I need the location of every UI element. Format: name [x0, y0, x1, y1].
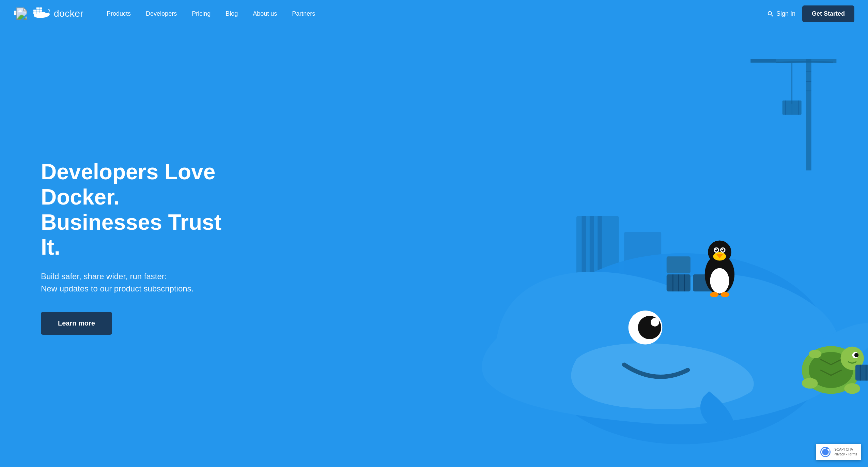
sign-in-label: Sign In — [776, 10, 795, 17]
nav-link-partners[interactable]: Partners — [286, 7, 321, 20]
svg-rect-11 — [36, 10, 39, 12]
svg-line-20 — [809, 62, 833, 62]
hero-subtitle-line1: Build safer, share wider, run faster: — [41, 272, 167, 281]
recaptcha-text: reCAPTCHA Privacy - Terms — [834, 447, 857, 457]
hero-illustration — [391, 27, 868, 467]
hero-title: Developers Love Docker. Businesses Trust… — [41, 160, 238, 260]
hero-section: Developers Love Docker. Businesses Trust… — [0, 27, 868, 467]
svg-point-46 — [710, 268, 729, 293]
svg-point-55 — [710, 292, 718, 297]
nav-link-pricing[interactable]: Pricing — [186, 7, 217, 20]
nav-link-products[interactable]: Products — [100, 7, 137, 20]
recaptcha-privacy-link[interactable]: Privacy — [834, 452, 845, 456]
svg-rect-13 — [36, 7, 39, 10]
nav-link-developers[interactable]: Developers — [140, 7, 183, 20]
hero-title-line2: Businesses Trust It. — [41, 210, 221, 260]
svg-line-21 — [776, 62, 809, 62]
sign-in-link[interactable]: Sign In — [767, 10, 795, 17]
recaptcha-terms-link[interactable]: Terms — [848, 452, 857, 456]
nav-link-blog[interactable]: Blog — [219, 7, 244, 20]
docker-whale-logo — [33, 6, 50, 21]
docker-logo-icon — [14, 7, 30, 20]
svg-point-56 — [720, 292, 729, 297]
svg-rect-12 — [40, 10, 42, 12]
svg-rect-10 — [33, 10, 36, 12]
logo-text: docker — [54, 8, 83, 19]
nav-links: Products Developers Pricing Blog About u… — [100, 7, 767, 20]
svg-rect-14 — [40, 7, 42, 10]
svg-point-53 — [715, 249, 717, 251]
hero-content: Developers Love Docker. Businesses Trust… — [0, 139, 238, 355]
svg-line-16 — [771, 15, 773, 16]
svg-rect-41 — [666, 256, 690, 273]
recaptcha-logo-icon — [820, 447, 831, 457]
svg-point-66 — [844, 383, 860, 394]
recaptcha-badge: reCAPTCHA Privacy - Terms — [816, 444, 861, 460]
svg-rect-19 — [750, 59, 776, 62]
svg-rect-6 — [33, 12, 36, 14]
nav-right: Sign In Get Started — [767, 5, 854, 22]
logo-link[interactable]: docker — [14, 6, 83, 21]
hero-subtitle: Build safer, share wider, run faster: Ne… — [41, 270, 238, 295]
hero-title-line1: Developers Love Docker. — [41, 160, 215, 209]
search-icon — [767, 10, 774, 17]
svg-point-15 — [768, 12, 772, 15]
nav-link-about[interactable]: About us — [247, 7, 283, 20]
navbar: docker Products Developers Pricing Blog … — [0, 0, 868, 27]
get-started-button[interactable]: Get Started — [802, 5, 854, 22]
learn-more-button[interactable]: Learn more — [41, 312, 112, 335]
whale-scene-illustration — [391, 71, 868, 467]
svg-point-67 — [809, 350, 821, 358]
svg-point-54 — [721, 249, 723, 251]
hero-subtitle-line2: New updates to our product subscriptions… — [41, 284, 193, 293]
svg-point-65 — [802, 378, 818, 389]
svg-point-61 — [854, 353, 858, 357]
svg-point-38 — [651, 318, 659, 327]
